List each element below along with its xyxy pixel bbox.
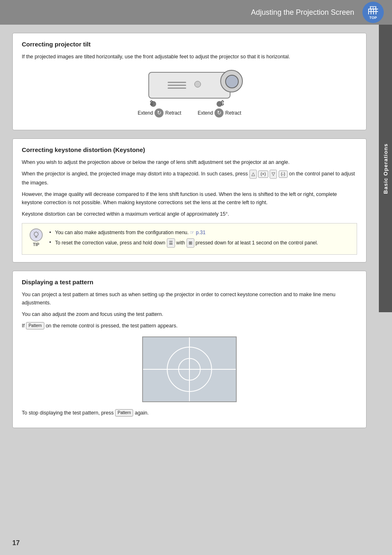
config-ref: p.31: [196, 230, 205, 235]
rotate-icon-2: ↻: [214, 108, 224, 117]
section-title-tilt: Correcting projector tilt: [22, 41, 357, 48]
keystone-key-1: (+): [258, 170, 268, 178]
rotate-icon-1: ↻: [154, 108, 164, 117]
section-test-pattern: Displaying a test pattern You can projec…: [12, 271, 367, 428]
vent-line: [168, 85, 186, 86]
tip-bullets: You can also make adjustments from the c…: [49, 228, 318, 248]
svg-rect-10: [371, 7, 373, 9]
page-header: Adjusting the Projection Screen TOP: [0, 0, 392, 25]
ref-icon: ☞: [190, 230, 194, 235]
pattern-button-stop: Pattern: [115, 409, 133, 417]
section-title-test: Displaying a test pattern: [22, 279, 357, 286]
keystone-text-1: When the projector is angled, the projec…: [22, 170, 357, 187]
projector-lens-inner: [225, 75, 239, 88]
svg-line-17: [34, 232, 35, 233]
label-retract2: Retract: [225, 110, 241, 116]
keystone-text-0: When you wish to adjust the projection a…: [22, 158, 357, 166]
grid-icon: ⊞: [187, 238, 194, 248]
test-text-0: You can project a test pattern at times …: [22, 290, 357, 307]
svg-rect-8: [374, 12, 376, 14]
label-retract1: Retract: [165, 110, 181, 116]
pattern-button-inline: Pattern: [26, 322, 44, 329]
projector-diagram: ⇕ ⇕ Extend ↻ Retract Extend ↻ Retract: [22, 66, 357, 117]
keystone-text-3: Keystone distortion can be corrected wit…: [22, 210, 357, 218]
svg-rect-7: [371, 12, 373, 14]
svg-rect-2: [369, 9, 371, 11]
tip-label: TIP: [33, 242, 39, 247]
label-extend1: Extend: [138, 110, 153, 116]
keystone-button-icon-2: ▽: [270, 170, 277, 179]
foot-arrow-right: ⇕: [219, 99, 226, 108]
tip-bulb-icon: [30, 228, 43, 242]
svg-rect-1: [370, 6, 376, 9]
test-pattern-diagram: [22, 336, 357, 402]
section-title-keystone: Correcting keystone distortion (Keystone…: [22, 146, 357, 153]
config-menu-link[interactable]: ☞ p.31: [190, 230, 205, 235]
top-label: TOP: [369, 16, 377, 20]
tip-box: TIP You can also make adjustments from t…: [22, 223, 357, 255]
tp-crosshair-v: [189, 364, 190, 374]
extend-retract-labels: Extend ↻ Retract Extend ↻ Retract: [138, 108, 241, 117]
test-footer-text: To stop displaying the test pattern, pre…: [22, 409, 357, 417]
bulb-svg: [32, 231, 40, 239]
test-text-1: You can also adjust the zoom and focus u…: [22, 310, 357, 318]
svg-rect-4: [374, 9, 376, 11]
projector-image: ⇕ ⇕: [136, 66, 243, 107]
projector-body: [148, 72, 231, 99]
header-title: Adjusting the Projection Screen: [251, 8, 354, 17]
keystone-key-2: (-): [279, 170, 288, 178]
top-icon[interactable]: TOP: [362, 2, 384, 23]
svg-line-16: [38, 232, 39, 233]
tip-bullet-1: You can also make adjustments from the c…: [49, 228, 318, 237]
vent-line: [168, 82, 186, 83]
section-projector-tilt: Correcting projector tilt If the project…: [12, 33, 367, 130]
menu-icon: ☰: [167, 238, 175, 248]
proj-knob: [194, 81, 201, 88]
vent-line: [168, 88, 186, 89]
label-extend2: Extend: [198, 110, 213, 116]
section-text-tilt-0: If the projected images are tilted horiz…: [22, 53, 357, 61]
foot-arrow-left: ⇕: [148, 99, 154, 108]
right-sidebar: Basic Operations: [379, 25, 392, 312]
projector-lens: [220, 70, 243, 92]
keystone-text-2: However, the image quality will decrease…: [22, 190, 357, 207]
tip-icon-area: TIP: [28, 228, 44, 247]
test-pattern-visual: [142, 336, 237, 402]
svg-rect-5: [376, 9, 378, 11]
svg-point-12: [34, 232, 38, 236]
tip-content: You can also make adjustments from the c…: [49, 228, 318, 249]
main-content: Correcting projector tilt If the project…: [0, 25, 392, 555]
svg-rect-9: [376, 12, 378, 14]
building-icon: [367, 5, 379, 15]
test-text-2: If Pattern on the remote control is pres…: [22, 322, 357, 330]
svg-rect-6: [369, 12, 371, 14]
page-number: 17: [12, 539, 20, 547]
projector-vents: [168, 82, 186, 89]
sidebar-label: Basic Operations: [383, 143, 389, 194]
section-keystone: Correcting keystone distortion (Keystone…: [12, 138, 367, 263]
svg-rect-3: [371, 9, 373, 11]
keystone-button-icon-1: △: [249, 170, 257, 179]
svg-rect-11: [374, 7, 375, 9]
tip-bullet-2: To reset the correction value, press and…: [49, 238, 318, 248]
